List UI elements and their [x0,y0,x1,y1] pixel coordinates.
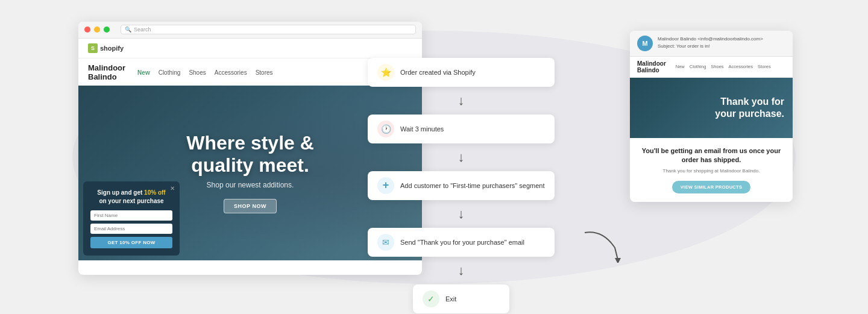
store-nav-links: New Clothing Shoes Accessories Stores [137,69,379,76]
hero-title: Where style &quality meet. [186,132,314,177]
flow-card-exit: ✓ Exit [413,284,509,313]
shopify-label: shopify [100,45,124,52]
flow-arrow-4: ↓ [458,264,465,277]
email-flow-label: Send "Thank you for your purchase" email [400,239,524,246]
exit-label: Exit [445,295,456,303]
email-body-sub: Thank you for shopping at Malindoor Bali… [640,168,783,174]
flow-card-segment: + Add customer to "First-time purchasers… [368,171,555,200]
email-nav-clothing: Clothing [690,64,706,69]
nav-link-clothing[interactable]: Clothing [159,69,181,76]
email-meta: Malindoor Balindo <info@malindoorbalindo… [658,36,763,50]
nav-link-accessories[interactable]: Accessories [215,69,247,76]
close-dot[interactable] [84,27,90,33]
popup-close-button[interactable]: ✕ [170,185,175,192]
search-icon: 🔍 [125,27,131,33]
nav-link-new[interactable]: New [137,69,150,76]
email-hero-text: Thank you foryour purchase. [630,78,793,138]
email-subject: Subject: Your order is in! [658,43,763,50]
segment-label: Add customer to "First-time purchasers" … [400,182,545,189]
nav-link-shoes[interactable]: Shoes [189,69,206,76]
wait-label: Wait 3 minutes [400,125,444,133]
email-sender: Malindoor Balindo <info@malindoorbalindo… [658,36,763,43]
email-nav-stores: Stores [758,64,771,69]
address-bar: 🔍 Search [121,25,416,34]
email-flow-icon: ✉ [377,234,394,251]
hero-subtitle: Shop our newest additions. [207,181,294,189]
search-text: Search [134,27,151,33]
email-nav: MalindoorBalindo New Clothing Shoes Acce… [630,57,793,78]
email-brand: MalindoorBalindo [637,60,666,74]
order-label: Order created via Shopify [400,69,476,76]
scene-container: 🔍 Search S shopify MalindoorBalindo New … [42,10,826,305]
flow-card-email: ✉ Send "Thank you for your purchase" ema… [368,228,555,257]
popup-cta-button[interactable]: GET 10% OFF NOW [90,237,172,248]
shopify-header: S shopify [78,39,422,58]
right-curved-arrow [579,227,627,263]
email-navlinks: New Clothing Shoes Accessories Stores [676,64,771,69]
shopify-icon: S [88,43,98,53]
email-nav-accessories: Accessories [729,64,753,69]
segment-icon: + [377,177,394,194]
email-nav-shoes: Shoes [711,64,723,69]
flow-card-order-created: ⭐ Order created via Shopify [368,58,555,87]
order-icon: ⭐ [377,64,394,81]
email-window: M Malindoor Balindo <info@malindoorbalin… [630,31,793,203]
flow-arrow-3: ↓ [458,207,465,221]
email-input[interactable] [90,224,172,234]
wait-icon: 🕐 [377,121,394,137]
maximize-dot[interactable] [104,27,110,33]
automation-flow-panel: ⭐ Order created via Shopify ↓ 🕐 Wait 3 m… [368,58,555,313]
email-hero: Thank you foryour purchase. [630,78,793,138]
shop-now-button[interactable]: SHOP NOW [224,199,277,213]
flow-arrow-1: ↓ [458,94,465,107]
svg-marker-1 [615,258,621,263]
popup-title: Sign up and get 10% offon your next purc… [90,189,172,206]
email-body: You'll be getting an email from us once … [630,138,793,203]
exit-icon: ✓ [423,290,439,307]
flow-card-wait: 🕐 Wait 3 minutes [368,115,555,143]
flow-arrow-2: ↓ [458,151,465,164]
store-brand-name: MalindoorBalindo [88,63,125,82]
discount-highlight: 10% off [144,189,166,196]
email-nav-new: New [676,64,685,69]
nav-link-stores[interactable]: Stores [256,69,273,76]
email-chrome: M Malindoor Balindo <info@malindoorbalin… [630,31,793,57]
signup-popup: ✕ Sign up and get 10% offon your next pu… [83,181,180,256]
email-avatar: M [637,36,653,51]
email-body-title: You'll be getting an email from us once … [640,146,783,165]
window-chrome: 🔍 Search [78,22,422,39]
shopify-logo: S shopify [88,43,124,53]
minimize-dot[interactable] [94,27,100,33]
view-similar-button[interactable]: VIEW SIMILAR PRODUCTS [672,181,751,193]
first-name-input[interactable] [90,210,172,221]
